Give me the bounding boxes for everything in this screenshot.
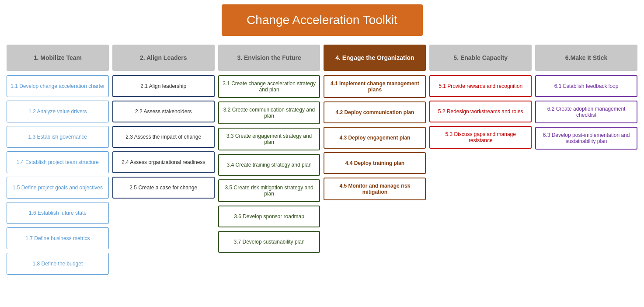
card-col3-5[interactable]: 3.5 Create risk mitigation strategy and … xyxy=(218,179,320,202)
card-col4-3[interactable]: 4.3 Deploy engagement plan xyxy=(324,127,426,149)
card-col1-6[interactable]: 1.6 Establish future state xyxy=(7,202,109,224)
column-col4: 4. Engage the Organization4.1 Implement … xyxy=(324,45,426,204)
card-col3-7[interactable]: 3.7 Develop sustainability plan xyxy=(218,231,320,253)
column-col3: 3. Envision the Future3.1 Create change … xyxy=(218,45,320,256)
column-col6: 6.Make It Stick6.1 Establish feedback lo… xyxy=(535,45,637,153)
card-col2-4[interactable]: 2.4 Assess organizational readiness xyxy=(112,151,215,173)
page-wrapper: Change Acceleration Toolkit 1. Mobilize … xyxy=(0,0,644,283)
card-col1-1[interactable]: 1.1 Develop change acceleration charter xyxy=(7,75,109,97)
column-header-col2: 2. Align Leaders xyxy=(112,45,215,71)
card-col4-4[interactable]: 4.4 Deploy training plan xyxy=(324,152,426,174)
column-header-col6: 6.Make It Stick xyxy=(535,45,637,71)
card-col3-6[interactable]: 3.6 Develop sponsor roadmap xyxy=(218,206,320,227)
card-col6-2[interactable]: 6.2 Create adoption management checklist xyxy=(535,101,637,123)
card-col2-2[interactable]: 2.2 Assess stakeholders xyxy=(112,101,215,122)
card-col3-4[interactable]: 3.4 Create training strategy and plan xyxy=(218,154,320,176)
card-col6-1[interactable]: 6.1 Establish feedback loop xyxy=(535,75,637,97)
card-col1-4[interactable]: 1.4 Establish project team structure xyxy=(7,151,109,173)
column-col1: 1. Mobilize Team1.1 Develop change accel… xyxy=(7,45,109,278)
card-col3-1[interactable]: 3.1 Create change acceleration strategy … xyxy=(218,75,320,98)
column-header-col1: 1. Mobilize Team xyxy=(7,45,109,71)
card-col1-3[interactable]: 1.3 Establish governance xyxy=(7,126,109,148)
card-col1-8[interactable]: 1.8 Define the budget xyxy=(7,253,109,275)
card-col2-3[interactable]: 2.3 Assess the impact of change xyxy=(112,126,215,148)
card-col2-1[interactable]: 2.1 Align leadership xyxy=(112,75,215,97)
card-col4-5[interactable]: 4.5 Monitor and manage risk mitigation xyxy=(324,178,426,200)
page-title: Change Acceleration Toolkit xyxy=(222,4,423,36)
column-header-col3: 3. Envision the Future xyxy=(218,45,320,71)
card-col5-1[interactable]: 5.1 Provide rewards and recognition xyxy=(429,75,532,97)
column-header-col4: 4. Engage the Organization xyxy=(324,45,426,71)
card-col1-5[interactable]: 1.5 Define project goals and objectives xyxy=(7,177,109,199)
card-col1-2[interactable]: 1.2 Analyze value drivers xyxy=(7,101,109,122)
column-col2: 2. Align Leaders2.1 Align leadership2.2 … xyxy=(112,45,215,202)
column-header-col5: 5. Enable Capacity xyxy=(429,45,532,71)
card-col3-3[interactable]: 3.3 Create engagement strategy and plan xyxy=(218,128,320,150)
columns-container: 1. Mobilize Team1.1 Develop change accel… xyxy=(4,45,640,278)
card-col5-2[interactable]: 5.2 Redesign workstreams and roles xyxy=(429,101,532,122)
card-col2-5[interactable]: 2.5 Create a case for change xyxy=(112,177,215,199)
card-col4-2[interactable]: 4.2 Deploy communication plan xyxy=(324,101,426,123)
column-col5: 5. Enable Capacity5.1 Provide rewards an… xyxy=(429,45,532,152)
card-col6-3[interactable]: 6.3 Develop post-implementation and sust… xyxy=(535,127,637,150)
card-col5-3[interactable]: 5.3 Discuss gaps and manage resistance xyxy=(429,126,532,149)
card-col1-7[interactable]: 1.7 Define business metrics xyxy=(7,227,109,249)
card-col4-1[interactable]: 4.1 Implement change management plans xyxy=(324,75,426,98)
card-col3-2[interactable]: 3.2 Create communication strategy and pl… xyxy=(218,101,320,124)
